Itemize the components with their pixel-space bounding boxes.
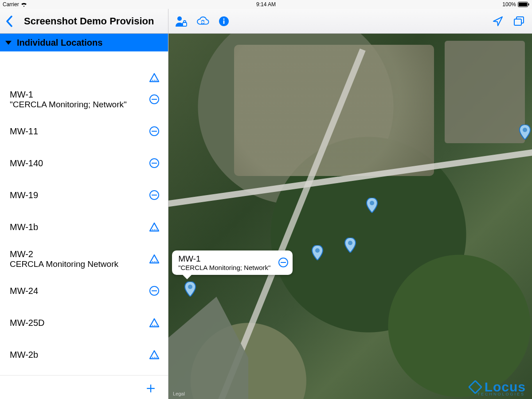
page-title: Screenshot Demo Provision — [24, 16, 154, 27]
location-status-triangle-icon — [149, 253, 160, 265]
svg-point-22 — [156, 357, 156, 358]
list-item[interactable]: MW-2 CERCLA Monitoring Network — [0, 243, 168, 275]
svg-point-36 — [523, 128, 527, 132]
battery-icon — [518, 2, 529, 7]
location-title: MW-1 — [10, 90, 149, 100]
svg-point-23 — [177, 16, 182, 21]
location-subtitle: CERCLA Monitoring Network — [10, 259, 149, 269]
svg-rect-32 — [514, 19, 521, 25]
ios-status-bar: Carrier 9:14 AM 100% — [0, 0, 532, 9]
location-status-triangle-icon — [149, 349, 160, 360]
location-title: MW-2 — [10, 249, 149, 259]
carrier-label: Carrier — [3, 1, 19, 8]
location-status-triangle-icon — [149, 221, 160, 233]
user-lock-button[interactable] — [175, 15, 188, 28]
section-title: Individual Locations — [17, 38, 102, 48]
location-title: MW-24 — [10, 286, 149, 296]
list-item[interactable]: MW-1 "CERCLA Monitoring; Network" — [0, 83, 168, 115]
location-title: MW-11 — [10, 126, 149, 137]
list-item[interactable]: MW-19 — [0, 179, 168, 211]
location-title: MW-19 — [10, 190, 149, 200]
location-status-triangle-icon — [149, 317, 160, 329]
svg-point-14 — [156, 261, 156, 262]
map-legal-link[interactable]: Legal — [173, 391, 185, 396]
add-location-button[interactable]: ＋ — [143, 380, 158, 395]
svg-point-18 — [156, 325, 156, 326]
svg-point-16 — [152, 325, 153, 326]
location-title: MW-2b — [10, 350, 149, 360]
location-status-circle-icon — [149, 94, 160, 105]
svg-rect-24 — [183, 23, 187, 26]
list-item[interactable]: MW-1b — [0, 211, 168, 243]
disclosure-triangle-icon — [5, 41, 12, 45]
list-item[interactable]: MW-24 — [0, 275, 168, 307]
svg-rect-38 — [469, 381, 481, 393]
svg-point-4 — [152, 80, 153, 81]
svg-point-35 — [348, 241, 352, 245]
svg-rect-2 — [528, 4, 529, 6]
svg-point-17 — [154, 325, 155, 326]
location-status-circle-icon — [149, 125, 160, 137]
locations-sidebar: Screenshot Demo Provision Individual Loc… — [0, 9, 168, 399]
svg-point-8 — [152, 229, 153, 230]
brand-subtitle: TECHNOLOGIES — [477, 392, 525, 396]
back-button[interactable] — [4, 16, 15, 27]
location-title: MW-1b — [10, 222, 149, 232]
map-pin[interactable] — [311, 245, 324, 260]
callout-detail-button[interactable] — [278, 258, 288, 267]
satellite-map[interactable]: MW-1 "CERCLA Monitoring; Network" Legal … — [168, 34, 532, 399]
callout-subtitle: "CERCLA Monitoring; Network" — [178, 264, 270, 271]
svg-marker-30 — [493, 17, 502, 26]
list-item[interactable]: MW-25D — [0, 307, 168, 339]
layers-button[interactable] — [512, 15, 526, 28]
svg-point-21 — [154, 357, 155, 358]
sidebar-nav-header: Screenshot Demo Provision — [0, 9, 168, 34]
svg-point-6 — [156, 80, 156, 81]
location-subtitle: "CERCLA Monitoring; Network" — [10, 100, 149, 110]
list-item[interactable]: MW-2b — [0, 339, 168, 371]
svg-point-33 — [370, 201, 374, 205]
svg-point-5 — [154, 80, 155, 81]
svg-point-20 — [152, 357, 153, 358]
battery-label: 100% — [502, 1, 516, 8]
svg-rect-1 — [519, 3, 527, 6]
callout-title: MW-1 — [178, 254, 270, 264]
location-status-triangle-icon — [149, 72, 160, 83]
svg-point-29 — [223, 18, 224, 20]
cloud-sync-button[interactable] — [196, 15, 209, 28]
svg-point-13 — [154, 261, 155, 262]
map-pin[interactable] — [519, 125, 531, 140]
map-pin-selected[interactable] — [184, 282, 196, 297]
list-item[interactable] — [0, 51, 168, 83]
map-callout[interactable]: MW-1 "CERCLA Monitoring; Network" — [172, 250, 293, 275]
detail-pane: MW-1 "CERCLA Monitoring; Network" Legal … — [168, 9, 532, 399]
svg-rect-28 — [223, 20, 225, 24]
map-pin[interactable] — [344, 238, 356, 253]
clock-label: 9:14 AM — [256, 1, 276, 8]
info-button[interactable] — [217, 15, 231, 28]
sidebar-bottom-toolbar: ＋ — [0, 375, 168, 399]
svg-point-37 — [188, 285, 192, 289]
svg-point-10 — [156, 229, 156, 230]
location-status-circle-icon — [149, 157, 160, 169]
location-list[interactable]: MW-1 "CERCLA Monitoring; Network" MW-11 … — [0, 51, 168, 375]
location-status-circle-icon — [149, 189, 160, 201]
map-toolbar — [168, 9, 532, 34]
location-title: MW-25D — [10, 318, 149, 328]
svg-point-12 — [152, 261, 153, 262]
locate-me-button[interactable] — [491, 15, 505, 28]
location-title: MW-140 — [10, 158, 149, 168]
svg-point-9 — [154, 229, 155, 230]
location-status-circle-icon — [149, 285, 160, 297]
map-pin[interactable] — [366, 198, 378, 213]
wifi-icon — [21, 2, 27, 7]
list-item[interactable]: MW-11 — [0, 115, 168, 147]
list-item[interactable]: MW-140 — [0, 147, 168, 179]
svg-point-34 — [315, 248, 320, 253]
section-header-individual-locations[interactable]: Individual Locations — [0, 34, 168, 51]
